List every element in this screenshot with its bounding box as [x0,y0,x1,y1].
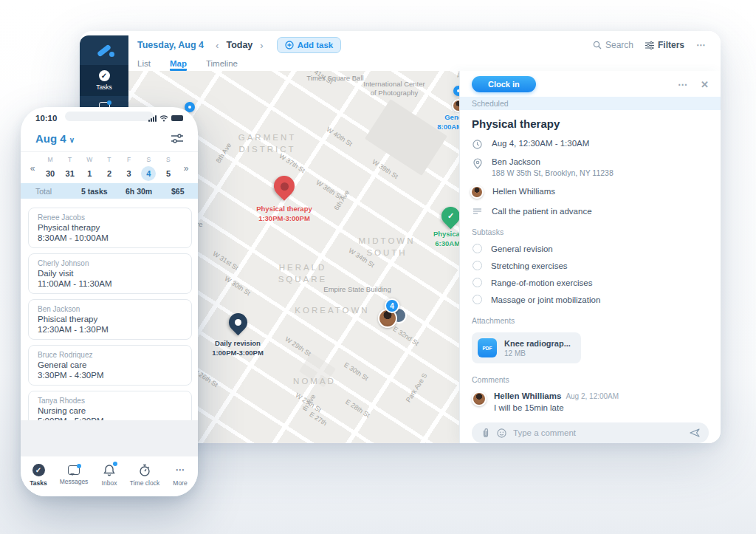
poi-label-icp: International Centerof Photography [343,80,446,97]
task-service: Nursing care [38,406,182,415]
subtask-checkbox[interactable] [472,295,482,304]
phone-filters-icon[interactable] [171,134,183,144]
week-day[interactable]: M30 [41,156,59,181]
notification-dot [113,462,117,466]
more-dots-icon: ⋯ [176,464,185,476]
panel-more-button[interactable]: ⋯ [678,79,687,90]
week-day[interactable]: T2 [100,156,118,181]
task-title: Physical therapy [472,117,709,130]
attachment-name: Knee radiograp... [504,339,571,348]
nav-label: Inbox [102,479,117,487]
subtask-checkbox[interactable] [472,278,482,287]
subtask-checkbox[interactable] [472,244,482,253]
tasks-check-icon: ✓ [32,464,45,476]
nav-label: Messages [60,478,89,485]
list-background [21,420,198,456]
comment-input[interactable] [513,428,683,437]
task-card[interactable]: Bruce Rodriquez General care 3:30PM - 4:… [28,345,192,386]
task-note-row: Call the patient in advance [472,207,709,216]
street-label: E 32nd St [391,325,420,347]
task-card[interactable]: Ben Jackson Phisical therapy 12:30AM - 1… [28,299,192,340]
current-date-label[interactable]: Tuesday, Aug 4 [137,40,204,50]
subtask-item[interactable]: General revision [472,244,709,253]
task-time: 12:30AM - 1:30PM [38,325,182,334]
attachment-card[interactable]: PDF Knee radiograp... 12 MB [472,332,581,363]
patient-address: 188 W 35th St, Brooklyn, NY 11238 [492,168,614,177]
search-button[interactable]: Search [593,40,633,50]
tab-map[interactable]: Map [170,59,187,71]
tab-timeline[interactable]: Timeline [206,59,238,71]
phone-mockup: 10:10 Aug 4∨ « M30 T31 W1 T2 F3 S4 [21,107,198,496]
search-icon [593,41,602,49]
subtask-label: Range-of-motion exercises [491,278,592,287]
assignee-avatar [470,185,484,199]
area-label-garment-district: GARMENTDISTRICT [224,131,310,155]
task-time-value: Aug 4, 12:30AM - 1:30AM [492,139,589,148]
task-card[interactable]: Renee Jacobs Physical therapy 8:30AM - 1… [28,208,192,248]
task-card[interactable]: Cherly Johnson Daily visit 11:00AM - 11:… [28,253,192,294]
total-label: Total [35,187,52,196]
clock-in-button[interactable]: Clock in [472,76,536,92]
status-badge: Scheduled [460,97,721,110]
today-button[interactable]: Today [226,40,252,50]
panel-close-button[interactable]: ✕ [701,79,709,90]
street-label: W 40th St [325,126,354,148]
filters-button[interactable]: Filters [645,40,684,50]
week-day[interactable]: T31 [61,156,79,181]
sidebar-item-tasks[interactable]: ✓ Tasks [80,65,128,96]
emoji-icon[interactable] [497,428,506,438]
task-service: Daily visit [38,269,182,278]
task-patient-name: Bruce Rodriquez [38,351,182,359]
location-pin-icon [472,158,483,169]
week-day-selected[interactable]: S4 [140,156,157,181]
subtask-label: Stretching exercises [491,261,568,270]
clock-icon [472,140,483,149]
prev-week-button[interactable]: « [27,163,38,174]
send-icon[interactable] [690,428,700,437]
week-day[interactable]: S5 [159,156,177,181]
app-logo [80,35,128,65]
map-pin-selected-task[interactable] [269,171,299,201]
task-patient-name: Tanya Rhodes [38,397,182,405]
task-patient-name: Cherly Johnson [38,259,182,267]
map-pin-label-daily-revision: Daily revision1:00PM-3:00PM [186,338,289,357]
avenue-label: Park Ave S [405,372,429,404]
map-pin-daily-revision[interactable] [225,309,251,335]
wifi-icon [159,115,168,122]
tab-list[interactable]: List [137,59,151,71]
week-day[interactable]: F3 [120,156,138,181]
subtask-item[interactable]: Range-of-motion exercises [472,278,709,287]
topbar-more-button[interactable]: ⋯ [696,40,706,50]
task-patient-name: Ben Jackson [38,305,182,313]
attachments-heading: Attachments [472,316,709,325]
week-day[interactable]: W1 [80,156,98,181]
filters-icon [645,41,654,49]
nav-messages[interactable]: Messages [58,464,90,496]
subtask-item[interactable]: Stretching exercises [472,261,709,270]
nav-inbox[interactable]: Inbox [93,464,126,496]
notes-icon [472,208,483,215]
attach-file-icon[interactable] [481,428,490,438]
next-day-button[interactable]: › [260,40,263,51]
map-cluster-pin[interactable]: 4 [385,298,399,313]
phone-date-selector[interactable]: Aug 4∨ [35,132,75,145]
bell-icon [103,464,115,476]
task-time-row: Aug 4, 12:30AM - 1:30AM [472,139,709,149]
street-label: W 30th St [223,275,252,297]
notification-dot [107,100,111,105]
filters-label: Filters [658,40,684,50]
subtask-checkbox[interactable] [472,261,482,270]
next-week-button[interactable]: » [180,163,192,174]
nav-time-clock[interactable]: Time clock [128,464,161,496]
map-pin-label-in-progress: Gene8:00AM [418,112,462,131]
add-task-button[interactable]: Add task [277,37,342,53]
prev-day-button[interactable]: ‹ [216,40,219,51]
subtask-label: Massage or joint mobilization [491,295,600,304]
notification-dot [77,464,81,468]
subtask-item[interactable]: Massage or joint mobilization [472,295,709,304]
nav-more[interactable]: ⋯ More [164,464,196,496]
pdf-icon: PDF [478,338,497,357]
nav-tasks[interactable]: ✓ Tasks [22,464,55,496]
street-label: W 39th St [371,158,399,180]
patient-name: Ben Jackson [492,157,540,166]
